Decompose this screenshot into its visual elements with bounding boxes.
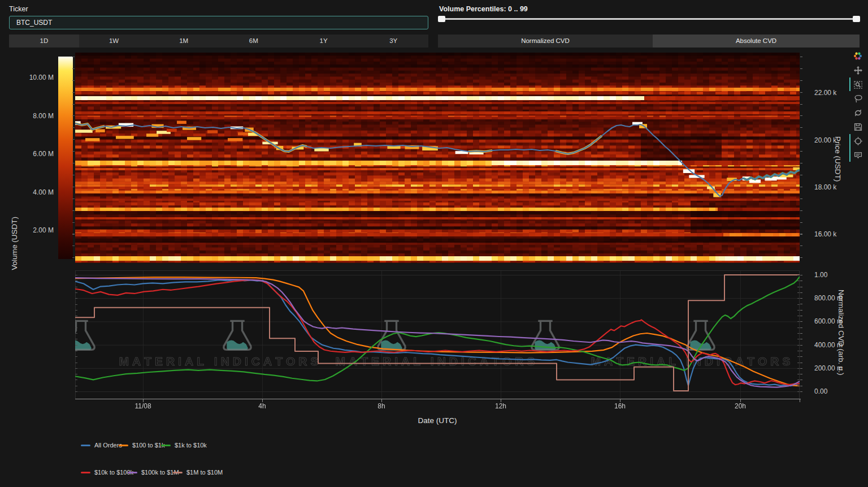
date-tick-mark <box>740 399 741 402</box>
price-axis-title: Price (USDT) <box>834 136 842 182</box>
timeframe-button-6m[interactable]: 6M <box>219 35 289 48</box>
volume-percentiles-label: Volume Percentiles: 0 .. 99 <box>439 5 528 13</box>
ticker-label: Ticker <box>9 5 28 13</box>
legend-label: $1k to $10k <box>175 442 207 449</box>
hover-mode-icon[interactable] <box>851 148 865 162</box>
date-tick-label: 8h <box>362 402 401 410</box>
heatmap-left-minor-ticks <box>72 57 75 259</box>
timeframe-button-1w[interactable]: 1W <box>79 35 149 48</box>
timeframe-button-group: 1D1W1M6M1Y3Y <box>9 35 428 48</box>
legend-line-sample <box>128 472 137 473</box>
date-axis-title: Date (UTC) <box>381 416 494 425</box>
box-zoom-icon[interactable] <box>851 77 865 91</box>
date-tick-label: 4h <box>242 402 282 410</box>
price-tick-label: 18.00 k <box>814 183 836 191</box>
plotly-logo-icon[interactable] <box>851 49 865 63</box>
timeframe-button-1y[interactable]: 1Y <box>289 35 359 48</box>
date-tick-mark <box>501 399 501 402</box>
pan-icon[interactable] <box>851 63 865 77</box>
tab-absolute-cvd[interactable]: Absolute CVD <box>653 35 860 48</box>
legend-item--100k-to-1m[interactable]: $100k to $1M <box>128 468 179 476</box>
slider-handle-max[interactable] <box>853 16 860 22</box>
volume-percentiles-slider[interactable] <box>438 15 860 23</box>
tab-normalized-cvd[interactable]: Normalized CVD <box>438 35 653 48</box>
date-axis-line <box>75 399 801 399</box>
date-tick-mark <box>143 399 144 402</box>
cvd-tick-label: 0.00 <box>814 387 827 395</box>
reset-axes-icon[interactable] <box>851 106 865 119</box>
timeframe-button-1m[interactable]: 1M <box>149 35 219 48</box>
normalized-cvd-chart[interactable] <box>75 270 800 404</box>
orderbook-heatmap-chart[interactable] <box>75 53 800 263</box>
date-tick-label: 12h <box>481 402 520 410</box>
cvd-tick-label: 1.00 <box>814 271 827 279</box>
date-tick-label: 20h <box>721 402 760 410</box>
date-tick-mark <box>262 399 263 402</box>
volume-axis-title: Volume (USDT) <box>10 217 19 270</box>
volume-colorbar <box>58 57 73 259</box>
legend-item--1k-to-10k[interactable]: $1k to $10k <box>161 441 207 449</box>
colorbar-tick-label: 8.00 M <box>6 112 54 120</box>
timeframe-button-1d[interactable]: 1D <box>9 35 79 48</box>
legend-item-all-orders[interactable]: All Orders <box>81 441 122 449</box>
legend-label: $1M to $10M <box>186 469 223 476</box>
legend-label: $100 to $1k <box>132 442 165 449</box>
legend-line-sample <box>161 445 171 446</box>
legend-item--100-to-1k[interactable]: $100 to $1k <box>119 441 165 449</box>
price-axis-minor-ticks <box>800 57 802 259</box>
chart-toolbar <box>851 49 865 162</box>
date-tick-label: 11/08 <box>123 402 163 410</box>
cvd-axis-minor-ticks <box>800 275 802 392</box>
colorbar-tick-label: 10.00 M <box>6 74 54 81</box>
slider-handle-min[interactable] <box>438 16 445 22</box>
legend-item--10k-to-100k[interactable]: $10k to $100k <box>81 468 133 476</box>
legend-label: All Orders <box>94 442 122 449</box>
date-tick-mark <box>620 399 620 402</box>
price-tick-label: 16.00 k <box>814 230 836 238</box>
active-toggles-indicator <box>849 134 850 162</box>
legend-line-sample <box>81 472 90 473</box>
lasso-select-icon[interactable] <box>851 92 865 105</box>
legend-line-sample <box>119 445 128 446</box>
legend-line-sample <box>81 445 90 446</box>
colorbar-tick-label: 4.00 M <box>6 188 54 196</box>
timeframe-button-3y[interactable]: 3Y <box>358 35 428 48</box>
toggle-spikelines-icon[interactable] <box>851 134 865 148</box>
save-image-icon[interactable] <box>851 120 865 133</box>
price-tick-label: 22.00 k <box>814 89 836 97</box>
date-tick-label: 16h <box>600 402 640 410</box>
date-tick-mark <box>381 399 382 402</box>
legend-line-sample <box>173 472 183 473</box>
slider-track[interactable] <box>438 18 860 20</box>
colorbar-tick-label: 6.00 M <box>6 150 54 158</box>
legend-item--1m-to-10m[interactable]: $1M to $10M <box>173 468 223 476</box>
date-tick-mark <box>800 399 800 402</box>
cvd-axis-title: Normalized CVD (arb. u.) <box>837 290 845 376</box>
firecharts-app: Ticker 1D1W1M6M1Y3Y Volume Percentiles: … <box>0 0 868 487</box>
ticker-input[interactable] <box>9 16 428 29</box>
active-tool-indicator <box>849 77 850 91</box>
